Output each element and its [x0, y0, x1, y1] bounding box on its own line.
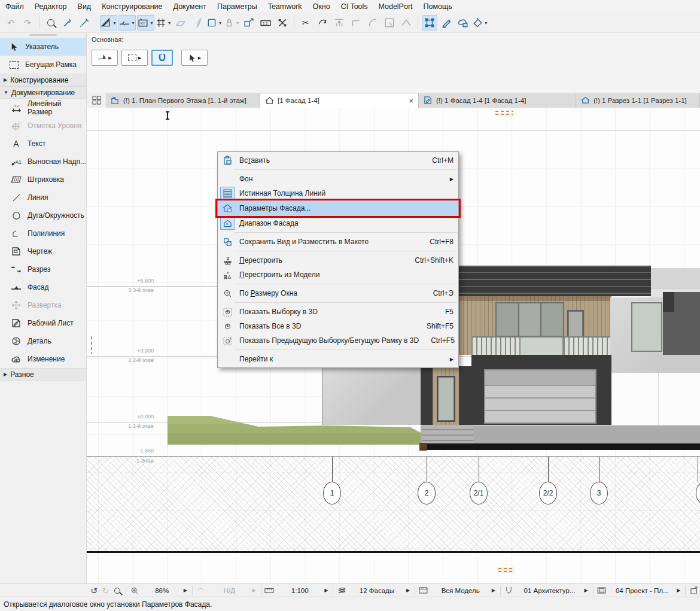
fit-in-window-icon[interactable]	[129, 586, 141, 595]
balcony-railing	[471, 336, 611, 355]
snap-grid-icon[interactable]: ▼	[156, 15, 172, 31]
layer-combination-control[interactable]: 12 Фасады ▶	[348, 587, 412, 594]
drawing-canvas[interactable]: +6,600 3 3-й этаж +3,300 2 2-й этаж ±0,0…	[87, 108, 700, 583]
menu-help[interactable]: Помощь	[418, 0, 458, 13]
orientation-control[interactable]: Н/Д ▶	[206, 587, 258, 594]
fillet-icon[interactable]	[365, 15, 381, 31]
roof-icon[interactable]	[398, 15, 414, 31]
menu-design[interactable]: Конструирование	[96, 0, 168, 13]
pen-set-icon[interactable]	[503, 586, 515, 594]
renovation-filter-icon[interactable]	[418, 587, 430, 594]
tool-elevation[interactable]: Фасад	[0, 278, 86, 296]
tab-elevation-worksheet[interactable]: (!) 1 Фасад 1-4 [1 Фасад 1-4]	[419, 93, 576, 108]
tab-section[interactable]: (!) 1 Разрез 1-1 [1 Разрез 1-1]	[576, 93, 700, 108]
menu-item-background[interactable]: Фон ▶	[218, 172, 458, 186]
tool-arrow[interactable]: Указатель	[0, 38, 86, 56]
scale-icon[interactable]	[264, 588, 276, 594]
quick-options-icon[interactable]	[87, 93, 106, 108]
coordinates-xy-icon[interactable]: XY▼	[137, 15, 154, 31]
inject-parameters-icon[interactable]	[77, 15, 92, 31]
paint-bucket-icon[interactable]: ▼	[472, 15, 488, 31]
section-more[interactable]: ▶ Разное	[0, 368, 86, 381]
tool-level-dimension[interactable]: 1.2 Отметка Уровня	[0, 117, 86, 135]
skew-plane-icon[interactable]	[173, 15, 188, 31]
menu-file[interactable]: Файл	[0, 0, 29, 13]
menu-item-go-to[interactable]: Перейти к ▶	[218, 352, 458, 366]
master-layout-control[interactable]: 04 Проект - Пл... ▶	[607, 587, 683, 594]
suspend-groups-icon[interactable]: ▼	[224, 15, 240, 31]
tool-drawing[interactable]: Чертеж	[0, 242, 86, 260]
undo-icon[interactable]: ↶	[3, 15, 19, 31]
tool-arc-circle[interactable]: Дуга/Окружность	[0, 206, 86, 224]
tab-elevation-active[interactable]: [1 Фасад 1-4] ×	[260, 93, 419, 108]
menu-view[interactable]: Вид	[72, 0, 97, 13]
menu-item-save-view[interactable]: Сохранить Вид и Разместить в Макете Ctrl…	[218, 235, 458, 249]
orientation-icon[interactable]: ◠	[195, 586, 207, 594]
zoom-level-control[interactable]: 86% ▶	[141, 587, 190, 594]
transform-icon[interactable]	[241, 15, 257, 31]
tool-change[interactable]: Изменение	[0, 350, 86, 368]
new-window-icon[interactable]	[688, 586, 700, 594]
guide-lines-icon[interactable]: ▼	[100, 15, 117, 31]
menu-item-show-previous-3d[interactable]: Показать Предыдущую Выборку/Бегущую Рамк…	[218, 333, 458, 348]
scale-control[interactable]: 1:100 ▶	[275, 587, 330, 594]
align-icon[interactable]	[331, 15, 347, 31]
selection-method-button[interactable]: ▶	[92, 50, 118, 66]
zoom-in-icon[interactable]	[111, 588, 123, 594]
dimension-12-icon[interactable]: 1 2	[258, 15, 273, 31]
marquee-options-icon[interactable]: ▼	[206, 15, 223, 31]
renovation-filter-control[interactable]: Вся Модель ▶	[430, 587, 498, 594]
tool-text[interactable]: A Текст	[0, 135, 86, 153]
navigate-back-icon[interactable]: ↺	[88, 586, 100, 595]
section-documentation[interactable]: ▼ Документирование	[0, 86, 86, 99]
menu-item-elevation-range[interactable]: ‹› Диапазон Фасада	[218, 216, 458, 230]
tool-worksheet[interactable]: Рабочий Лист	[0, 314, 86, 332]
favorites-cloud-icon[interactable]	[455, 15, 471, 31]
marquee-method-button[interactable]: ▶	[121, 50, 148, 66]
magnet-toggle-button[interactable]	[151, 50, 173, 66]
layers-icon[interactable]	[336, 586, 348, 594]
redo-icon[interactable]: ↷	[20, 15, 35, 31]
menu-teamwork[interactable]: Teamwork	[263, 0, 308, 13]
pen-set-control[interactable]: 01 Архитектур... ▶	[515, 587, 591, 594]
tool-polyline[interactable]: Полилиния	[0, 224, 86, 242]
pick-up-parameters-icon[interactable]	[60, 15, 75, 31]
resize-icon[interactable]	[382, 15, 397, 31]
tool-section[interactable]: Разрез	[0, 260, 86, 278]
edit-selection-icon[interactable]	[422, 15, 437, 31]
menu-document[interactable]: Документ	[168, 0, 212, 13]
menu-item-fit-in-window[interactable]: По Размеру Окна Ctrl+Э	[218, 286, 458, 300]
tool-label[interactable]: A1 Выносная Надп...	[0, 153, 86, 171]
menu-ci-tools[interactable]: CI Tools	[336, 0, 373, 13]
tool-detail[interactable]: Деталь	[0, 332, 86, 350]
adjust-icon[interactable]	[315, 15, 330, 31]
feather-icon[interactable]	[190, 15, 205, 31]
fit-marquee-icon[interactable]	[275, 15, 290, 31]
split-icon[interactable]: ✂	[298, 15, 314, 31]
menu-item-show-all-3d[interactable]: Показать Все в 3D Shift+F5	[218, 319, 458, 333]
menu-options[interactable]: Параметры	[212, 0, 263, 13]
close-icon[interactable]: ×	[409, 96, 413, 105]
panel-grip[interactable]	[29, 34, 57, 36]
menu-edit[interactable]: Редактор	[29, 0, 72, 13]
menu-item-show-selection-3d[interactable]: Показать Выборку в 3D F5	[218, 305, 458, 319]
menu-item-rebuild-from-model[interactable]: Перестроить из Модели	[218, 267, 458, 282]
tool-line[interactable]: Линия	[0, 189, 86, 206]
tab-floor-plan[interactable]: (!) 1. План Первого Этажа [1. 1-й этаж]	[106, 93, 260, 108]
tool-fill[interactable]: Штриховка	[0, 171, 86, 189]
section-design[interactable]: ▶ Конструирование	[0, 74, 86, 86]
menu-item-paste[interactable]: Вставить Ctrl+M	[218, 153, 458, 168]
pen-edit-icon[interactable]	[439, 15, 454, 31]
arrow-mode-button[interactable]: ▶	[181, 50, 208, 66]
snap-guides-icon[interactable]: ▼	[118, 15, 136, 31]
find-select-icon[interactable]	[43, 15, 59, 31]
menu-modelport[interactable]: ModelPort	[373, 0, 418, 13]
menu-window[interactable]: Окно	[308, 0, 336, 13]
navigate-forward-icon[interactable]: ↻	[100, 586, 112, 595]
menu-item-rebuild[interactable]: Перестроить Ctrl+Shift+K	[218, 253, 458, 267]
layout-icon[interactable]	[596, 587, 608, 594]
tool-linear-dimension[interactable]: 1.2 Линейный Размер	[0, 99, 86, 117]
intersect-icon[interactable]	[348, 15, 364, 31]
tool-interior-elevation[interactable]: Развертка	[0, 296, 86, 314]
tool-marquee[interactable]: Бегущая Рамка	[0, 56, 86, 74]
